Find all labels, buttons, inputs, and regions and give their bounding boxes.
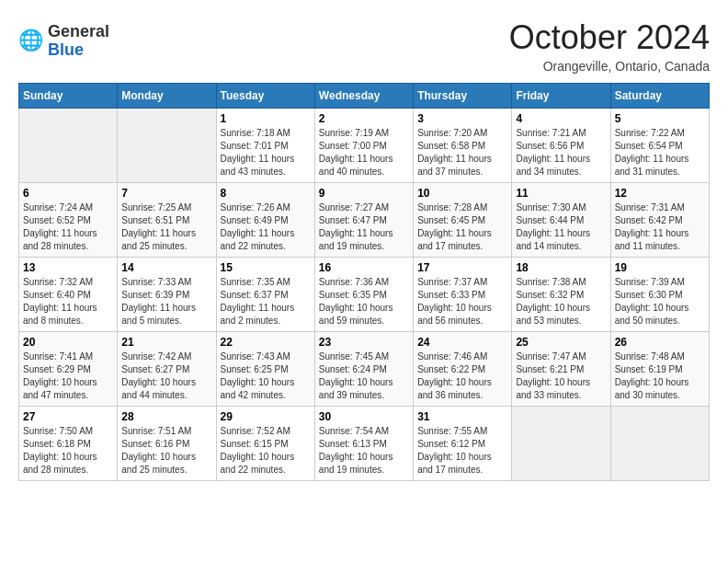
table-row: 21Sunrise: 7:42 AMSunset: 6:27 PMDayligh…	[118, 332, 216, 407]
day-info: Sunrise: 7:43 AMSunset: 6:25 PMDaylight:…	[221, 350, 311, 402]
day-number: 26	[615, 336, 705, 349]
day-number: 9	[319, 187, 409, 200]
day-info: Sunrise: 7:37 AMSunset: 6:33 PMDaylight:…	[417, 276, 507, 327]
day-number: 21	[121, 336, 211, 349]
calendar-week-3: 13Sunrise: 7:32 AMSunset: 6:40 PMDayligh…	[19, 258, 710, 332]
weekday-header-tuesday: Tuesday	[216, 84, 314, 109]
day-info: Sunrise: 7:19 AMSunset: 7:00 PMDaylight:…	[319, 127, 409, 178]
table-row: 24Sunrise: 7:46 AMSunset: 6:22 PMDayligh…	[414, 332, 512, 407]
day-info: Sunrise: 7:41 AMSunset: 6:29 PMDaylight:…	[23, 350, 113, 402]
table-row: 25Sunrise: 7:47 AMSunset: 6:21 PMDayligh…	[512, 332, 610, 407]
weekday-header-friday: Friday	[512, 84, 610, 109]
day-info: Sunrise: 7:25 AMSunset: 6:51 PMDaylight:…	[121, 201, 211, 253]
weekday-header-thursday: Thursday	[414, 84, 512, 109]
table-row: 19Sunrise: 7:39 AMSunset: 6:30 PMDayligh…	[610, 258, 709, 332]
weekday-header-sunday: Sunday	[19, 84, 118, 109]
table-row	[19, 109, 118, 183]
day-number: 7	[121, 187, 211, 200]
day-number: 31	[417, 410, 507, 423]
day-number: 28	[121, 410, 211, 423]
day-number: 20	[23, 336, 113, 349]
day-number: 19	[615, 261, 705, 274]
day-number: 3	[417, 112, 507, 125]
table-row: 2Sunrise: 7:19 AMSunset: 7:00 PMDaylight…	[314, 109, 413, 183]
weekday-header-row: SundayMondayTuesdayWednesdayThursdayFrid…	[19, 84, 710, 109]
day-info: Sunrise: 7:22 AMSunset: 6:54 PMDaylight:…	[615, 127, 705, 178]
logo-icon: 🌐	[18, 29, 44, 54]
day-info: Sunrise: 7:24 AMSunset: 6:52 PMDaylight:…	[23, 201, 113, 253]
day-info: Sunrise: 7:39 AMSunset: 6:30 PMDaylight:…	[615, 276, 705, 327]
table-row: 17Sunrise: 7:37 AMSunset: 6:33 PMDayligh…	[414, 258, 512, 332]
day-info: Sunrise: 7:46 AMSunset: 6:22 PMDaylight:…	[417, 350, 507, 402]
table-row	[512, 407, 610, 481]
table-row: 30Sunrise: 7:54 AMSunset: 6:13 PMDayligh…	[314, 407, 413, 481]
day-info: Sunrise: 7:33 AMSunset: 6:39 PMDaylight:…	[121, 276, 211, 327]
day-number: 10	[417, 187, 507, 200]
day-info: Sunrise: 7:21 AMSunset: 6:56 PMDaylight:…	[516, 127, 606, 178]
day-number: 1	[221, 112, 311, 125]
day-info: Sunrise: 7:45 AMSunset: 6:24 PMDaylight:…	[319, 350, 409, 402]
day-info: Sunrise: 7:27 AMSunset: 6:47 PMDaylight:…	[319, 201, 409, 253]
calendar-week-5: 27Sunrise: 7:50 AMSunset: 6:18 PMDayligh…	[19, 407, 710, 481]
table-row: 10Sunrise: 7:28 AMSunset: 6:45 PMDayligh…	[414, 183, 512, 258]
day-info: Sunrise: 7:28 AMSunset: 6:45 PMDaylight:…	[417, 201, 507, 253]
table-row	[118, 109, 216, 183]
table-row: 31Sunrise: 7:55 AMSunset: 6:12 PMDayligh…	[414, 407, 512, 481]
table-row: 26Sunrise: 7:48 AMSunset: 6:19 PMDayligh…	[610, 332, 709, 407]
day-number: 24	[417, 336, 507, 349]
table-row: 13Sunrise: 7:32 AMSunset: 6:40 PMDayligh…	[19, 258, 118, 332]
table-row: 5Sunrise: 7:22 AMSunset: 6:54 PMDaylight…	[610, 109, 709, 183]
table-row: 9Sunrise: 7:27 AMSunset: 6:47 PMDaylight…	[314, 183, 413, 258]
day-info: Sunrise: 7:48 AMSunset: 6:19 PMDaylight:…	[615, 350, 705, 402]
day-number: 13	[23, 261, 113, 274]
day-info: Sunrise: 7:26 AMSunset: 6:49 PMDaylight:…	[221, 201, 311, 253]
weekday-header-monday: Monday	[118, 84, 216, 109]
day-info: Sunrise: 7:20 AMSunset: 6:58 PMDaylight:…	[417, 127, 507, 178]
calendar-week-2: 6Sunrise: 7:24 AMSunset: 6:52 PMDaylight…	[19, 183, 710, 258]
calendar-week-1: 1Sunrise: 7:18 AMSunset: 7:01 PMDaylight…	[19, 109, 710, 183]
day-number: 14	[121, 261, 211, 274]
table-row: 22Sunrise: 7:43 AMSunset: 6:25 PMDayligh…	[216, 332, 314, 407]
day-info: Sunrise: 7:42 AMSunset: 6:27 PMDaylight:…	[121, 350, 211, 402]
day-info: Sunrise: 7:52 AMSunset: 6:15 PMDaylight:…	[221, 425, 311, 477]
logo-blue: Blue	[48, 41, 109, 60]
table-row	[610, 407, 709, 481]
table-row: 15Sunrise: 7:35 AMSunset: 6:37 PMDayligh…	[216, 258, 314, 332]
day-number: 6	[23, 187, 113, 200]
table-row: 23Sunrise: 7:45 AMSunset: 6:24 PMDayligh…	[314, 332, 413, 407]
day-number: 17	[417, 261, 507, 274]
table-row: 4Sunrise: 7:21 AMSunset: 6:56 PMDaylight…	[512, 109, 610, 183]
location: Orangeville, Ontario, Canada	[509, 59, 710, 74]
weekday-header-wednesday: Wednesday	[314, 84, 413, 109]
day-number: 11	[516, 187, 606, 200]
day-number: 15	[221, 261, 311, 274]
table-row: 14Sunrise: 7:33 AMSunset: 6:39 PMDayligh…	[118, 258, 216, 332]
day-number: 5	[615, 112, 705, 125]
table-row: 12Sunrise: 7:31 AMSunset: 6:42 PMDayligh…	[610, 183, 709, 258]
day-number: 18	[516, 261, 606, 274]
day-number: 29	[221, 410, 311, 423]
calendar-week-4: 20Sunrise: 7:41 AMSunset: 6:29 PMDayligh…	[19, 332, 710, 407]
day-number: 27	[23, 410, 113, 423]
table-row: 6Sunrise: 7:24 AMSunset: 6:52 PMDaylight…	[19, 183, 118, 258]
table-row: 16Sunrise: 7:36 AMSunset: 6:35 PMDayligh…	[314, 258, 413, 332]
day-number: 16	[319, 261, 409, 274]
weekday-header-saturday: Saturday	[610, 84, 709, 109]
table-row: 7Sunrise: 7:25 AMSunset: 6:51 PMDaylight…	[118, 183, 216, 258]
day-number: 23	[319, 336, 409, 349]
day-info: Sunrise: 7:47 AMSunset: 6:21 PMDaylight:…	[516, 350, 606, 402]
day-number: 2	[319, 112, 409, 125]
day-number: 22	[221, 336, 311, 349]
day-info: Sunrise: 7:35 AMSunset: 6:37 PMDaylight:…	[221, 276, 311, 327]
table-row: 18Sunrise: 7:38 AMSunset: 6:32 PMDayligh…	[512, 258, 610, 332]
title-block: October 2024 Orangeville, Ontario, Canad…	[509, 18, 710, 74]
day-info: Sunrise: 7:54 AMSunset: 6:13 PMDaylight:…	[319, 425, 409, 477]
day-info: Sunrise: 7:55 AMSunset: 6:12 PMDaylight:…	[417, 425, 507, 477]
table-row: 1Sunrise: 7:18 AMSunset: 7:01 PMDaylight…	[216, 109, 314, 183]
calendar-table: SundayMondayTuesdayWednesdayThursdayFrid…	[18, 83, 710, 481]
table-row: 8Sunrise: 7:26 AMSunset: 6:49 PMDaylight…	[216, 183, 314, 258]
table-row: 3Sunrise: 7:20 AMSunset: 6:58 PMDaylight…	[414, 109, 512, 183]
table-row: 11Sunrise: 7:30 AMSunset: 6:44 PMDayligh…	[512, 183, 610, 258]
logo: 🌐 General Blue	[18, 23, 109, 60]
day-number: 12	[615, 187, 705, 200]
